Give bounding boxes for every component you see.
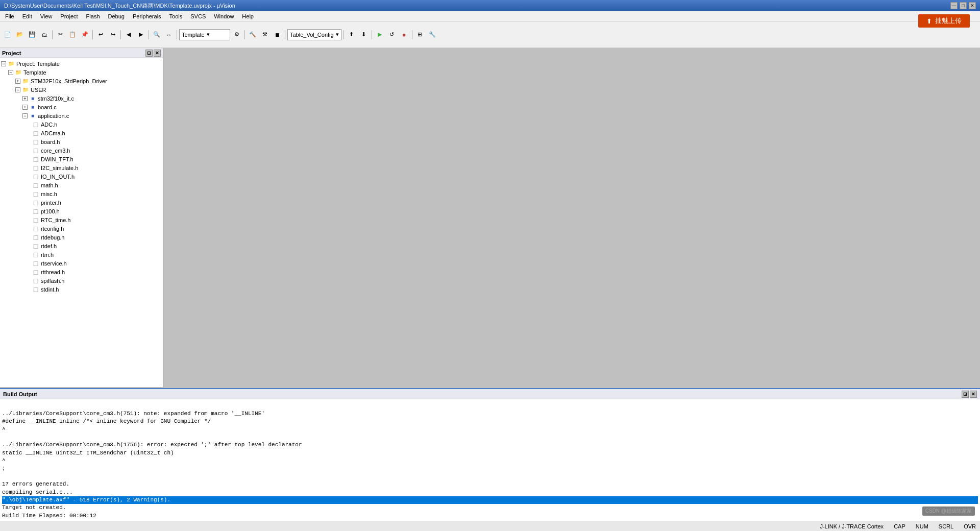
window-btn[interactable]: ⊞ <box>414 29 426 40</box>
expand-stm32-it[interactable]: + <box>22 96 28 101</box>
build-line: Build Time Elapsed: 00:00:12 <box>2 512 978 520</box>
debug-stop-btn[interactable]: ■ <box>399 29 410 40</box>
build-output-buttons: ⊡ ✕ <box>962 391 977 398</box>
undo-btn[interactable]: ↩ <box>95 29 106 40</box>
tree-root[interactable]: − 📁 Project: Template <box>0 59 163 68</box>
tree-rtthread-h[interactable]: □ rtthread.h <box>0 268 163 276</box>
bookmark-prev-btn[interactable]: ⬆ <box>346 29 357 40</box>
tree-application-c[interactable]: − ■ application.c <box>0 111 163 120</box>
maximize-button[interactable]: □ <box>960 2 967 9</box>
tree-dwin-tft-h[interactable]: □ DWIN_TFT.h <box>0 155 163 163</box>
tree-stdint-h[interactable]: □ stdint.h <box>0 285 163 294</box>
cut-btn[interactable]: ✂ <box>55 29 66 40</box>
build-btn[interactable]: 🔨 <box>247 29 258 40</box>
build-line: ^ <box>2 426 978 433</box>
target-dropdown[interactable]: Template ▾ <box>179 29 230 40</box>
panel-close-btn[interactable]: ✕ <box>154 50 161 57</box>
expand-stm32-driver[interactable]: + <box>15 79 20 84</box>
debug-start-btn[interactable]: ▶ <box>374 29 385 40</box>
replace-btn[interactable]: ↔ <box>163 29 175 40</box>
menu-project[interactable]: Project <box>56 12 82 20</box>
tree-spiflash-h[interactable]: □ spiflash.h <box>0 276 163 285</box>
build-output-close-btn[interactable]: ✕ <box>970 391 977 398</box>
menu-window[interactable]: Window <box>210 12 238 20</box>
expand-root[interactable]: − <box>1 61 6 66</box>
build-output-panel: Build Output ⊡ ✕ static __INLINE uint32_… <box>0 388 980 521</box>
redo-btn[interactable]: ↪ <box>107 29 118 40</box>
nav-fwd-btn[interactable]: ▶ <box>135 29 146 40</box>
expand-user[interactable]: − <box>15 87 20 92</box>
panel-dock-btn[interactable]: ⊡ <box>145 50 153 57</box>
menu-tools[interactable]: Tools <box>165 12 187 20</box>
tree-template[interactable]: − 📁 Template <box>0 68 163 77</box>
close-button[interactable]: ✕ <box>969 2 976 9</box>
build-line: ; <box>2 465 978 472</box>
rebuild-btn[interactable]: ⚒ <box>259 29 271 40</box>
open-file-btn[interactable]: 📂 <box>14 29 26 40</box>
tree-label-rtc-time-h: RTC_time.h <box>41 217 70 223</box>
menu-flash[interactable]: Flash <box>82 12 104 20</box>
expand-application-c[interactable]: − <box>22 113 28 118</box>
tree-i2c-sim-h[interactable]: □ I2C_simulate.h <box>0 163 163 172</box>
tree-label-rtthread-h: rtthread.h <box>41 269 65 275</box>
stop-btn[interactable]: ⏹ <box>272 29 283 40</box>
menu-help[interactable]: Help <box>238 12 258 20</box>
tree-adc-h[interactable]: □ ADC.h <box>0 120 163 129</box>
menu-peripherals[interactable]: Peripherals <box>129 12 165 20</box>
tree-label-adc-h: ADC.h <box>41 122 57 128</box>
tree-board-c[interactable]: + ■ board.c <box>0 103 163 111</box>
menu-file[interactable]: File <box>1 12 18 20</box>
expand-board-c[interactable]: + <box>22 105 28 110</box>
upload-button[interactable]: ⬆ 拙魅上传 <box>918 14 970 28</box>
save-btn[interactable]: 💾 <box>27 29 38 40</box>
tree-adcma-h[interactable]: □ ADCma.h <box>0 129 163 137</box>
sep6 <box>244 30 245 39</box>
tree-printer-h[interactable]: □ printer.h <box>0 198 163 207</box>
window-title: D:\SystemUser\Documents\Keil Test\MSI.N_… <box>4 2 235 10</box>
menu-svcs[interactable]: SVCS <box>186 12 210 20</box>
paste-btn[interactable]: 📌 <box>79 29 90 40</box>
bookmark-next-btn[interactable]: ⬇ <box>358 29 370 40</box>
tree-rtservice-h[interactable]: □ rtservice.h <box>0 259 163 268</box>
menu-view[interactable]: View <box>36 12 57 20</box>
tree-label-board-c: board.c <box>38 104 57 110</box>
build-output-dock-btn[interactable]: ⊡ <box>962 391 969 398</box>
build-config-dropdown[interactable]: Table_Vol_Config ▾ <box>287 29 341 40</box>
settings-btn[interactable]: 🔧 <box>427 29 438 40</box>
tree-label-stm32: STM32F10x_StdPeriph_Driver <box>31 78 107 84</box>
ovr-indicator: OVR <box>964 523 976 529</box>
save-all-btn[interactable]: 🗂 <box>39 29 50 40</box>
menu-debug[interactable]: Debug <box>104 12 129 20</box>
tree-core-cm3-h[interactable]: □ core_cm3.h <box>0 146 163 155</box>
csdn-badge: CSDN @超级陈家家 <box>922 506 975 516</box>
nav-back-btn[interactable]: ◀ <box>123 29 134 40</box>
copy-btn[interactable]: 📋 <box>67 29 78 40</box>
manage-targets-btn[interactable]: ⚙ <box>231 29 242 40</box>
upload-label: 拙魅上传 <box>935 16 962 26</box>
project-tree: − 📁 Project: Template − 📁 Template + 📁 S… <box>0 58 163 387</box>
tree-rtm-h[interactable]: □ rtm.h <box>0 250 163 259</box>
title-bar-buttons[interactable]: — □ ✕ <box>950 2 976 9</box>
tree-rtdebug-h[interactable]: □ rtdebug.h <box>0 233 163 242</box>
tree-rtc-time-h[interactable]: □ RTC_time.h <box>0 215 163 224</box>
sep8 <box>344 30 344 39</box>
tree-io-in-out-h[interactable]: □ IO_IN_OUT.h <box>0 172 163 181</box>
tree-misc-h[interactable]: □ misc.h <box>0 189 163 198</box>
minimize-button[interactable]: — <box>950 2 958 9</box>
file-icon-misc-h: □ <box>32 190 40 198</box>
debug-reset-btn[interactable]: ↺ <box>386 29 398 40</box>
tree-pt100-h[interactable]: □ pt100.h <box>0 207 163 215</box>
menu-edit[interactable]: Edit <box>18 12 36 20</box>
search-btn[interactable]: 🔍 <box>151 29 162 40</box>
expand-template[interactable]: − <box>8 70 13 75</box>
tree-rtdef-h[interactable]: □ rtdef.h <box>0 242 163 250</box>
new-file-btn[interactable]: 📄 <box>2 29 13 40</box>
tree-label-stm32-it: stm32f10x_it.c <box>38 95 74 102</box>
tree-board-h[interactable]: □ board.h <box>0 137 163 146</box>
tree-math-h[interactable]: □ math.h <box>0 181 163 189</box>
tree-rtconfig-h[interactable]: □ rtconfig.h <box>0 224 163 233</box>
tree-stm32-driver[interactable]: + 📁 STM32F10x_StdPeriph_Driver <box>0 77 163 85</box>
tree-stm32-it[interactable]: + ■ stm32f10x_it.c <box>0 94 163 103</box>
tree-user[interactable]: − 📁 USER <box>0 85 163 94</box>
folder-icon-template: 📁 <box>14 68 22 77</box>
